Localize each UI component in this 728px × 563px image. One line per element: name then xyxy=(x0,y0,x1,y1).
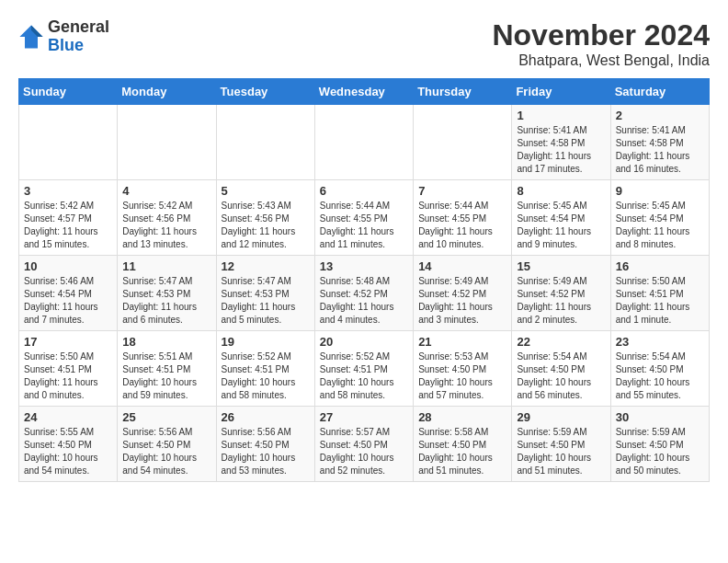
calendar-header: SundayMondayTuesdayWednesdayThursdayFrid… xyxy=(19,79,710,105)
calendar-cell: 12Sunrise: 5:47 AMSunset: 4:53 PMDayligh… xyxy=(216,256,314,331)
header-row: SundayMondayTuesdayWednesdayThursdayFrid… xyxy=(19,79,710,105)
calendar-cell: 16Sunrise: 5:50 AMSunset: 4:51 PMDayligh… xyxy=(610,256,709,331)
day-number: 5 xyxy=(222,184,310,198)
day-info: Sunrise: 5:45 AMSunset: 4:54 PMDaylight:… xyxy=(517,200,605,251)
logo-text: General Blue xyxy=(48,18,109,55)
day-number: 6 xyxy=(320,184,408,198)
day-info: Sunrise: 5:59 AMSunset: 4:50 PMDaylight:… xyxy=(517,426,605,477)
day-info: Sunrise: 5:50 AMSunset: 4:51 PMDaylight:… xyxy=(24,350,112,402)
day-number: 25 xyxy=(122,410,210,424)
day-number: 27 xyxy=(320,410,408,424)
day-info: Sunrise: 5:51 AMSunset: 4:51 PMDaylight:… xyxy=(122,350,210,402)
day-number: 26 xyxy=(222,410,310,424)
day-number: 30 xyxy=(616,410,704,424)
calendar-cell: 26Sunrise: 5:56 AMSunset: 4:50 PMDayligh… xyxy=(216,407,314,482)
day-info: Sunrise: 5:52 AMSunset: 4:51 PMDaylight:… xyxy=(222,350,310,402)
day-number: 7 xyxy=(418,184,506,198)
calendar-cell: 8Sunrise: 5:45 AMSunset: 4:54 PMDaylight… xyxy=(512,180,610,256)
week-row-2: 3Sunrise: 5:42 AMSunset: 4:57 PMDaylight… xyxy=(19,180,710,256)
calendar-cell: 1Sunrise: 5:41 AMSunset: 4:58 PMDaylight… xyxy=(512,105,610,180)
calendar-cell xyxy=(414,105,512,180)
day-number: 8 xyxy=(517,184,605,198)
day-number: 17 xyxy=(24,335,112,349)
day-number: 15 xyxy=(517,259,605,273)
day-info: Sunrise: 5:46 AMSunset: 4:54 PMDaylight:… xyxy=(24,275,112,327)
calendar-cell: 13Sunrise: 5:48 AMSunset: 4:52 PMDayligh… xyxy=(314,256,413,331)
day-info: Sunrise: 5:49 AMSunset: 4:52 PMDaylight:… xyxy=(517,275,605,327)
day-info: Sunrise: 5:42 AMSunset: 4:56 PMDaylight:… xyxy=(122,200,210,251)
logo-icon xyxy=(18,24,44,50)
day-info: Sunrise: 5:47 AMSunset: 4:53 PMDaylight:… xyxy=(222,275,310,327)
day-number: 23 xyxy=(616,335,704,349)
day-number: 13 xyxy=(320,259,408,273)
header-day-tuesday: Tuesday xyxy=(216,79,314,105)
calendar-cell: 21Sunrise: 5:53 AMSunset: 4:50 PMDayligh… xyxy=(414,331,512,407)
day-info: Sunrise: 5:47 AMSunset: 4:53 PMDaylight:… xyxy=(122,275,210,327)
day-number: 29 xyxy=(517,410,605,424)
day-number: 24 xyxy=(24,410,112,424)
day-number: 20 xyxy=(320,335,408,349)
calendar-cell: 23Sunrise: 5:54 AMSunset: 4:50 PMDayligh… xyxy=(610,331,709,407)
header: General Blue November 2024 Bhatpara, Wes… xyxy=(18,18,710,69)
week-row-3: 10Sunrise: 5:46 AMSunset: 4:54 PMDayligh… xyxy=(19,256,710,331)
calendar-cell: 2Sunrise: 5:41 AMSunset: 4:58 PMDaylight… xyxy=(610,105,709,180)
day-info: Sunrise: 5:44 AMSunset: 4:55 PMDaylight:… xyxy=(320,200,408,251)
calendar-cell: 28Sunrise: 5:58 AMSunset: 4:50 PMDayligh… xyxy=(414,407,512,482)
day-number: 19 xyxy=(222,335,310,349)
week-row-5: 24Sunrise: 5:55 AMSunset: 4:50 PMDayligh… xyxy=(19,407,710,482)
day-info: Sunrise: 5:45 AMSunset: 4:54 PMDaylight:… xyxy=(616,200,704,251)
day-number: 10 xyxy=(24,259,112,273)
day-info: Sunrise: 5:50 AMSunset: 4:51 PMDaylight:… xyxy=(616,275,704,327)
calendar-cell: 6Sunrise: 5:44 AMSunset: 4:55 PMDaylight… xyxy=(314,180,413,256)
day-info: Sunrise: 5:41 AMSunset: 4:58 PMDaylight:… xyxy=(517,124,605,176)
header-day-thursday: Thursday xyxy=(414,79,512,105)
calendar-cell: 30Sunrise: 5:59 AMSunset: 4:50 PMDayligh… xyxy=(610,407,709,482)
day-number: 3 xyxy=(24,184,112,198)
day-info: Sunrise: 5:54 AMSunset: 4:50 PMDaylight:… xyxy=(616,350,704,402)
day-number: 28 xyxy=(418,410,506,424)
calendar-cell: 22Sunrise: 5:54 AMSunset: 4:50 PMDayligh… xyxy=(512,331,610,407)
calendar-cell xyxy=(19,105,118,180)
calendar-cell: 18Sunrise: 5:51 AMSunset: 4:51 PMDayligh… xyxy=(118,331,216,407)
header-day-wednesday: Wednesday xyxy=(314,79,413,105)
day-info: Sunrise: 5:48 AMSunset: 4:52 PMDaylight:… xyxy=(320,275,408,327)
calendar-cell: 11Sunrise: 5:47 AMSunset: 4:53 PMDayligh… xyxy=(118,256,216,331)
calendar-cell: 10Sunrise: 5:46 AMSunset: 4:54 PMDayligh… xyxy=(19,256,118,331)
calendar-cell: 15Sunrise: 5:49 AMSunset: 4:52 PMDayligh… xyxy=(512,256,610,331)
month-title: November 2024 xyxy=(492,18,710,52)
calendar-cell xyxy=(216,105,314,180)
calendar-cell: 19Sunrise: 5:52 AMSunset: 4:51 PMDayligh… xyxy=(216,331,314,407)
day-number: 18 xyxy=(122,335,210,349)
calendar-cell xyxy=(314,105,413,180)
day-number: 11 xyxy=(122,259,210,273)
calendar-cell: 27Sunrise: 5:57 AMSunset: 4:50 PMDayligh… xyxy=(314,407,413,482)
header-day-monday: Monday xyxy=(118,79,216,105)
day-number: 16 xyxy=(616,259,704,273)
week-row-1: 1Sunrise: 5:41 AMSunset: 4:58 PMDaylight… xyxy=(19,105,710,180)
day-number: 4 xyxy=(122,184,210,198)
day-info: Sunrise: 5:54 AMSunset: 4:50 PMDaylight:… xyxy=(517,350,605,402)
day-number: 9 xyxy=(616,184,704,198)
calendar-cell: 4Sunrise: 5:42 AMSunset: 4:56 PMDaylight… xyxy=(118,180,216,256)
day-info: Sunrise: 5:58 AMSunset: 4:50 PMDaylight:… xyxy=(418,426,506,477)
day-info: Sunrise: 5:57 AMSunset: 4:50 PMDaylight:… xyxy=(320,426,408,477)
day-number: 1 xyxy=(517,109,605,122)
calendar-cell: 25Sunrise: 5:56 AMSunset: 4:50 PMDayligh… xyxy=(118,407,216,482)
day-info: Sunrise: 5:56 AMSunset: 4:50 PMDaylight:… xyxy=(222,426,310,477)
calendar-cell: 9Sunrise: 5:45 AMSunset: 4:54 PMDaylight… xyxy=(610,180,709,256)
day-info: Sunrise: 5:43 AMSunset: 4:56 PMDaylight:… xyxy=(222,200,310,251)
day-number: 14 xyxy=(418,259,506,273)
location: Bhatpara, West Bengal, India xyxy=(492,52,710,69)
day-info: Sunrise: 5:56 AMSunset: 4:50 PMDaylight:… xyxy=(122,426,210,477)
day-info: Sunrise: 5:55 AMSunset: 4:50 PMDaylight:… xyxy=(24,426,112,477)
calendar-cell xyxy=(118,105,216,180)
calendar-cell: 14Sunrise: 5:49 AMSunset: 4:52 PMDayligh… xyxy=(414,256,512,331)
day-number: 22 xyxy=(517,335,605,349)
calendar-table: SundayMondayTuesdayWednesdayThursdayFrid… xyxy=(18,78,710,482)
calendar-cell: 3Sunrise: 5:42 AMSunset: 4:57 PMDaylight… xyxy=(19,180,118,256)
header-day-sunday: Sunday xyxy=(19,79,118,105)
calendar-cell: 20Sunrise: 5:52 AMSunset: 4:51 PMDayligh… xyxy=(314,331,413,407)
day-number: 2 xyxy=(616,109,704,122)
day-info: Sunrise: 5:44 AMSunset: 4:55 PMDaylight:… xyxy=(418,200,506,251)
day-info: Sunrise: 5:53 AMSunset: 4:50 PMDaylight:… xyxy=(418,350,506,402)
